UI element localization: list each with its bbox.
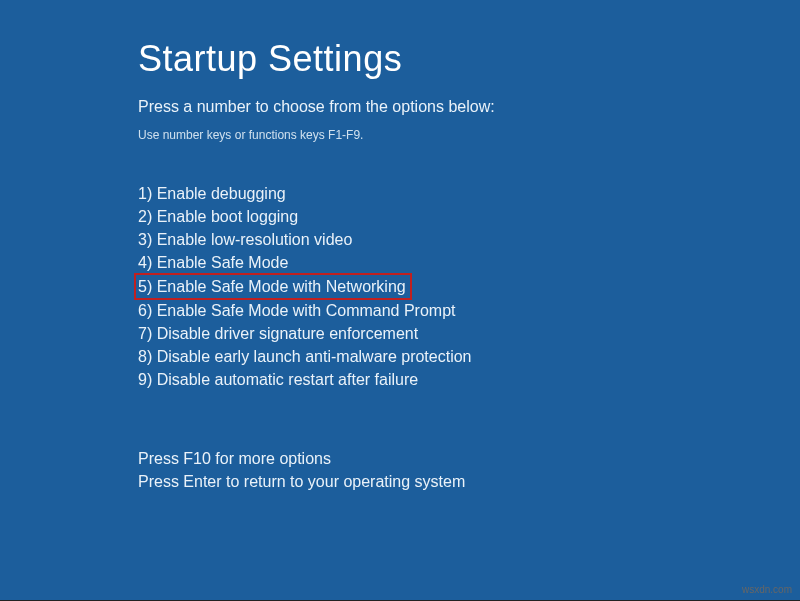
option-label: Enable debugging	[157, 185, 286, 202]
option-number: 3)	[138, 231, 152, 248]
hint-text: Use number keys or functions keys F1-F9.	[138, 128, 800, 142]
startup-settings-screen: Startup Settings Press a number to choos…	[0, 0, 800, 601]
option-label: Enable Safe Mode with Networking	[157, 278, 406, 295]
option-label: Disable driver signature enforcement	[157, 325, 418, 342]
option-2[interactable]: 2) Enable boot logging	[138, 205, 800, 228]
option-4[interactable]: 4) Enable Safe Mode	[138, 251, 800, 274]
option-number: 9)	[138, 371, 152, 388]
option-label: Enable low-resolution video	[157, 231, 353, 248]
option-label: Disable automatic restart after failure	[157, 371, 418, 388]
option-label: Enable Safe Mode	[157, 254, 289, 271]
boot-options-list: 1) Enable debugging 2) Enable boot loggi…	[138, 182, 800, 391]
option-3[interactable]: 3) Enable low-resolution video	[138, 228, 800, 251]
option-6[interactable]: 6) Enable Safe Mode with Command Prompt	[138, 299, 800, 322]
watermark: wsxdn.com	[742, 584, 792, 595]
page-title: Startup Settings	[138, 38, 800, 80]
option-number: 8)	[138, 348, 152, 365]
option-label: Disable early launch anti-malware protec…	[157, 348, 472, 365]
option-number: 4)	[138, 254, 152, 271]
option-8[interactable]: 8) Disable early launch anti-malware pro…	[138, 345, 800, 368]
option-5[interactable]: 5) Enable Safe Mode with Networking	[138, 274, 800, 299]
footer: Press F10 for more options Press Enter t…	[138, 447, 800, 493]
instruction-text: Press a number to choose from the option…	[138, 98, 800, 116]
option-number: 1)	[138, 185, 152, 202]
option-label: Enable Safe Mode with Command Prompt	[157, 302, 456, 319]
option-label: Enable boot logging	[157, 208, 298, 225]
option-number: 7)	[138, 325, 152, 342]
option-1[interactable]: 1) Enable debugging	[138, 182, 286, 205]
return-hint: Press Enter to return to your operating …	[138, 470, 800, 493]
option-number: 2)	[138, 208, 152, 225]
option-number: 5)	[138, 278, 152, 295]
option-7[interactable]: 7) Disable driver signature enforcement	[138, 322, 800, 345]
option-number: 6)	[138, 302, 152, 319]
option-9[interactable]: 9) Disable automatic restart after failu…	[138, 368, 800, 391]
more-options-hint: Press F10 for more options	[138, 447, 800, 470]
